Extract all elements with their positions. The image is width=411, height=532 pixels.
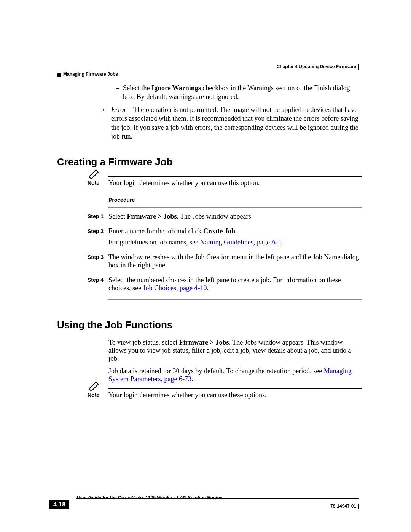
pencil-icon <box>88 380 100 391</box>
note-rule <box>108 388 362 389</box>
step-label: Step 3 <box>88 253 108 272</box>
link-naming-guidelines[interactable]: Naming Guidelines, page A-1 <box>200 238 282 246</box>
step-label: Step 2 <box>88 227 108 249</box>
footer-doc-number: 78-14947-01 <box>330 503 359 509</box>
italic-term: Error <box>111 106 126 113</box>
step-1: Step 1 Select Firmware > Jobs. The Jobs … <box>88 212 362 224</box>
bullet-item-error: • Error—The operation is not permitted. … <box>103 105 362 141</box>
step-label: Step 4 <box>88 276 108 295</box>
dash-marker: – <box>116 84 123 102</box>
pencil-icon <box>88 168 100 179</box>
step-label: Step 1 <box>88 212 108 224</box>
paragraph: To view job status, select Firmware > Jo… <box>108 339 362 363</box>
footer-doc-title: User Guide for the CiscoWorks 1105 Wirel… <box>77 495 222 500</box>
note-block: Note Your login determines whether you c… <box>88 176 362 187</box>
note-label: Note <box>88 180 108 186</box>
procedure-rule-bottom <box>108 299 362 300</box>
chapter-label: Chapter 4 Updating Device Firmware <box>277 64 356 69</box>
note-label: Note <box>88 392 108 398</box>
note-text: Your login determines whether you can us… <box>108 179 260 187</box>
bold-term: Ignore Warnings <box>151 84 201 92</box>
step-2: Step 2 Enter a name for the job and clic… <box>88 227 362 249</box>
header-separator <box>358 64 359 70</box>
bullet-marker: • <box>103 105 111 141</box>
link-job-choices[interactable]: Job Choices, page 4-10 <box>143 284 207 292</box>
note-rule <box>108 176 362 177</box>
note-block: Note Your login determines whether you c… <box>88 388 362 399</box>
step-4: Step 4 Select the numbered choices in th… <box>88 276 362 295</box>
note-text: Your login determines whether you can us… <box>108 391 267 399</box>
page-footer: 4-18 User Guide for the CiscoWorks 1105 … <box>49 498 359 509</box>
page-number: 4-18 <box>49 500 69 509</box>
heading-using-job-functions: Using the Job Functions <box>57 319 362 331</box>
nested-dash-item: – Select the Ignore Warnings checkbox in… <box>116 84 362 102</box>
step-3: Step 3 The window refreshes with the Job… <box>88 253 362 272</box>
header-block-icon <box>57 73 61 77</box>
section-label: Managing Firmware Jobs <box>63 72 118 77</box>
document-page: Chapter 4 Updating Device Firmware Manag… <box>0 0 411 532</box>
running-header-right: Chapter 4 Updating Device Firmware <box>277 64 359 70</box>
footer-separator <box>358 504 359 509</box>
page-content: – Select the Ignore Warnings checkbox in… <box>57 61 362 399</box>
procedure-label: Procedure <box>108 197 362 203</box>
running-header-left: Managing Firmware Jobs <box>57 72 118 77</box>
paragraph: Job data is retained for 30 days by defa… <box>108 367 362 383</box>
heading-creating-firmware-job: Creating a Firmware Job <box>57 156 362 168</box>
procedure-rule-top <box>108 207 362 208</box>
